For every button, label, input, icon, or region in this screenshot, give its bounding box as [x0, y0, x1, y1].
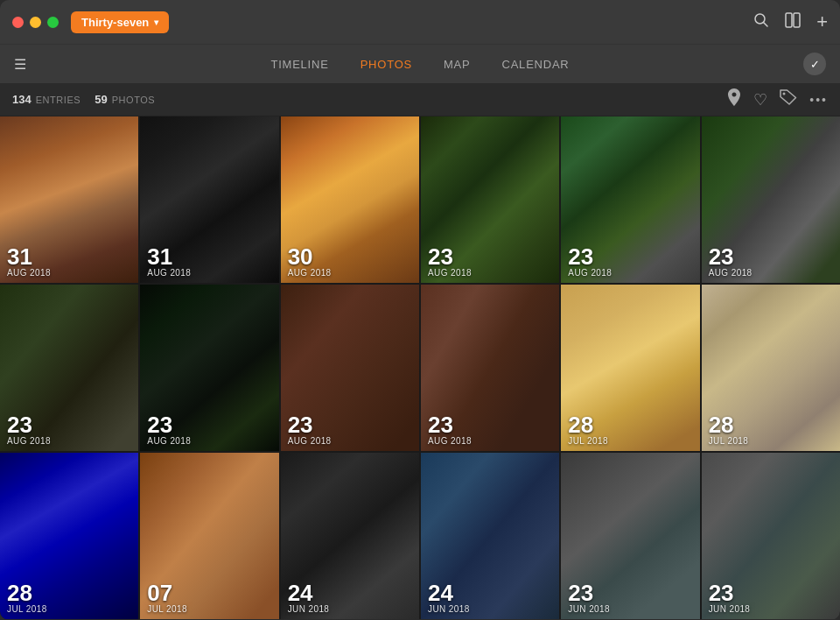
photos-count: 59	[94, 93, 107, 106]
photo-date-label: 31AUG 2018	[7, 245, 51, 278]
tab-timeline[interactable]: TIMELINE	[270, 58, 328, 71]
photo-date-label: 07JUL 2018	[147, 581, 187, 614]
search-icon[interactable]	[753, 12, 769, 32]
photo-date-label: 23AUG 2018	[568, 245, 612, 278]
navbar: ☰ TIMELINE PHOTOS MAP CALENDAR ✓	[0, 44, 840, 83]
tab-calendar[interactable]: CALENDAR	[502, 58, 570, 71]
entries-count: 134	[12, 93, 32, 106]
entries-label: ENTRIES	[36, 95, 81, 105]
checkmark-icon: ✓	[810, 58, 820, 71]
minimize-button[interactable]	[30, 17, 41, 28]
photo-cell[interactable]: 24JUN 2018	[421, 453, 559, 619]
chevron-down-icon: ▾	[154, 18, 158, 27]
photos-label: PHOTOS	[112, 95, 156, 105]
photo-date-label: 23AUG 2018	[428, 245, 472, 278]
photo-cell[interactable]: 23JUN 2018	[561, 453, 699, 619]
photos-count-item: 59 PHOTOS	[94, 93, 155, 106]
photo-cell[interactable]: 23AUG 2018	[281, 285, 419, 451]
tab-photos[interactable]: PHOTOS	[360, 58, 412, 71]
photo-date-label: 23JUN 2018	[709, 581, 751, 614]
hamburger-icon[interactable]: ☰	[14, 56, 26, 73]
photo-cell[interactable]: 28JUL 2018	[702, 285, 840, 451]
photo-cell[interactable]: 24JUN 2018	[281, 453, 419, 619]
photo-cell[interactable]: 31AUG 2018	[140, 116, 278, 283]
photo-date-label: 31AUG 2018	[147, 245, 191, 278]
toolbar-actions: ♡ •••	[727, 88, 828, 110]
photo-date-label: 23AUG 2018	[709, 245, 752, 278]
photo-date-label: 28JUL 2018	[709, 413, 749, 446]
photo-cell[interactable]: 31AUG 2018	[0, 116, 138, 283]
nav-tabs: TIMELINE PHOTOS MAP CALENDAR	[270, 58, 569, 71]
photo-cell[interactable]: 23AUG 2018	[421, 116, 559, 283]
add-icon[interactable]: +	[816, 11, 828, 33]
photo-cell[interactable]: 23JUN 2018	[702, 453, 840, 619]
photo-date-label: 28JUL 2018	[568, 413, 608, 446]
svg-line-1	[764, 22, 768, 26]
checkmark-button[interactable]: ✓	[803, 53, 826, 75]
entries-count-item: 134 ENTRIES	[12, 93, 80, 106]
photo-cell[interactable]: 23AUG 2018	[702, 116, 840, 283]
journal-selector-button[interactable]: Thirty-seven ▾	[71, 11, 169, 33]
photo-cell[interactable]: 23AUG 2018	[0, 285, 138, 451]
traffic-lights	[12, 17, 59, 28]
photo-date-label: 30AUG 2018	[288, 245, 332, 278]
titlebar-actions: +	[753, 11, 828, 33]
photo-cell[interactable]: 30AUG 2018	[281, 116, 419, 283]
photo-cell[interactable]: 28JUL 2018	[561, 285, 699, 451]
heart-icon[interactable]: ♡	[753, 90, 767, 109]
photo-date-label: 23JUN 2018	[568, 581, 610, 614]
location-icon[interactable]	[727, 88, 741, 110]
close-button[interactable]	[12, 17, 24, 28]
photo-date-label: 23AUG 2018	[147, 413, 191, 446]
photo-date-label: 28JUL 2018	[7, 581, 47, 614]
journal-name: Thirty-seven	[81, 16, 149, 29]
more-icon[interactable]: •••	[809, 93, 828, 107]
tag-icon[interactable]	[780, 89, 797, 109]
photo-date-label: 23AUG 2018	[428, 413, 472, 446]
toolbar: 134 ENTRIES 59 PHOTOS ♡ •••	[0, 83, 840, 116]
photo-date-label: 24JUN 2018	[428, 581, 470, 614]
titlebar: Thirty-seven ▾ +	[0, 0, 840, 44]
svg-rect-2	[786, 13, 792, 27]
tab-map[interactable]: MAP	[444, 58, 471, 71]
photo-date-label: 23AUG 2018	[7, 413, 51, 446]
svg-point-4	[783, 93, 786, 95]
photo-cell[interactable]: 23AUG 2018	[421, 285, 559, 451]
photo-date-label: 24JUN 2018	[288, 581, 330, 614]
photo-cell[interactable]: 28JUL 2018	[0, 453, 138, 619]
photo-cell[interactable]: 23AUG 2018	[140, 285, 278, 451]
photo-grid: 31AUG 201831AUG 201830AUG 201823AUG 2018…	[0, 116, 840, 619]
maximize-button[interactable]	[47, 17, 59, 28]
toolbar-counts: 134 ENTRIES 59 PHOTOS	[12, 93, 727, 106]
photo-cell[interactable]: 07JUL 2018	[140, 453, 278, 619]
svg-rect-3	[794, 13, 800, 27]
photo-cell[interactable]: 23AUG 2018	[561, 116, 699, 283]
photo-date-label: 23AUG 2018	[288, 413, 332, 446]
layout-icon[interactable]	[785, 12, 801, 32]
